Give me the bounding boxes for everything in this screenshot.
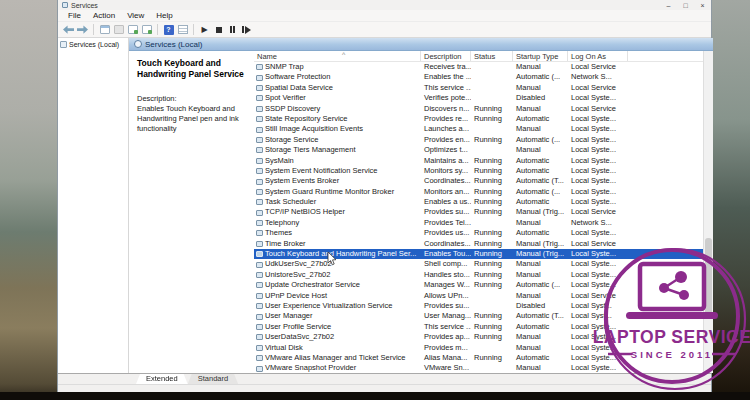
- list-header-row: Name^ Description Status Startup Type Lo…: [254, 51, 703, 62]
- table-row[interactable]: Storage Service Provides en... Running A…: [254, 135, 703, 145]
- table-row[interactable]: UserDataSvc_27b02 Provides ap... Running…: [254, 332, 703, 342]
- table-row[interactable]: System Events Broker Coordinates... Runn…: [254, 176, 703, 186]
- table-row[interactable]: VMware Alias Manager and Ticket Service …: [254, 353, 703, 363]
- menu-view[interactable]: View: [121, 10, 150, 22]
- cell-log-on-as: Local Syste...: [568, 124, 628, 134]
- pause-service-icon[interactable]: [227, 24, 238, 35]
- table-row[interactable]: User Experience Virtualization Service P…: [254, 301, 703, 311]
- tree-item-services-local[interactable]: Services (Local): [58, 38, 128, 51]
- table-row[interactable]: User Profile Service This service ... Ru…: [254, 322, 703, 332]
- column-header-description[interactable]: Description: [421, 51, 471, 61]
- maximize-button[interactable]: □: [677, 1, 694, 10]
- table-row[interactable]: Task Scheduler Enables a us... Running A…: [254, 197, 703, 207]
- services-window: Services – □ × File Action View Help ? ▶: [57, 0, 712, 392]
- table-row[interactable]: Spot Verifier Verifies pote... Disabled …: [254, 93, 703, 103]
- cell-log-on-as: Local Syste...: [568, 332, 628, 342]
- table-row[interactable]: Storage Tiers Management Optimizes t... …: [254, 145, 703, 155]
- cell-log-on-as: Local Service: [568, 104, 628, 114]
- show-console-tree-icon[interactable]: [99, 24, 110, 35]
- service-gear-icon: [256, 199, 263, 205]
- view-list-icon[interactable]: [177, 24, 188, 35]
- status-bar: [58, 384, 711, 392]
- cell-status: Running: [471, 114, 513, 124]
- table-row[interactable]: UdkUserSvc_27b02 Shell comp... Running M…: [254, 259, 703, 269]
- export-list-icon[interactable]: [127, 24, 138, 35]
- cell-log-on-as: Local Syste...: [568, 353, 628, 363]
- table-row[interactable]: SNMP Trap Receives tra... Manual Local S…: [254, 62, 703, 72]
- close-button[interactable]: ×: [694, 1, 711, 10]
- column-header-startup-type[interactable]: Startup Type: [513, 51, 568, 61]
- cell-name: System Event Notification Service: [254, 166, 421, 176]
- table-row[interactable]: System Event Notification Service Monito…: [254, 166, 703, 176]
- column-header-name[interactable]: Name^: [254, 51, 421, 61]
- refresh-icon[interactable]: [141, 24, 152, 35]
- properties-icon[interactable]: [113, 24, 124, 35]
- table-row[interactable]: SysMain Maintains a... Running Automatic…: [254, 156, 703, 166]
- cell-status: Running: [471, 270, 513, 280]
- cell-startup-type: Manual: [513, 363, 568, 373]
- tab-standard[interactable]: Standard: [188, 374, 238, 384]
- service-gear-icon: [256, 106, 263, 112]
- minimize-button[interactable]: –: [660, 1, 677, 10]
- vertical-scrollbar[interactable]: [703, 51, 713, 373]
- table-row[interactable]: User Manager User Manag... Running Autom…: [254, 311, 703, 321]
- table-row[interactable]: Telephony Provides Tel... Manual Network…: [254, 218, 703, 228]
- table-row[interactable]: Still Image Acquisition Events Launches …: [254, 124, 703, 134]
- tab-extended[interactable]: Extended: [136, 374, 188, 384]
- panel-header-title: Services (Local): [145, 40, 202, 49]
- menu-file[interactable]: File: [62, 10, 87, 22]
- cell-description: Verifies pote...: [421, 93, 471, 103]
- cell-startup-type: Manual: [513, 124, 568, 134]
- cell-status: Running: [471, 239, 513, 249]
- table-row[interactable]: Spatial Data Service This service ... Ma…: [254, 83, 703, 93]
- start-service-icon[interactable]: ▶: [199, 24, 210, 35]
- table-row[interactable]: VMware Snapshot Provider VMware Sn... Ma…: [254, 363, 703, 373]
- table-row[interactable]: TCP/IP NetBIOS Helper Provides su... Run…: [254, 207, 703, 217]
- cell-status: Running: [471, 322, 513, 332]
- forward-icon[interactable]: [77, 24, 88, 35]
- window-title: Services: [71, 2, 98, 9]
- table-row[interactable]: Time Broker Coordinates... Running Manua…: [254, 239, 703, 249]
- table-row[interactable]: Software Protection Enables the ... Auto…: [254, 72, 703, 82]
- cell-startup-type: Automatic: [513, 197, 568, 207]
- column-header-log-on-as[interactable]: Log On As: [568, 51, 628, 61]
- cell-startup-type: Manual: [513, 332, 568, 342]
- service-gear-icon: [256, 334, 263, 340]
- cell-name: Themes: [254, 228, 421, 238]
- scrollbar-thumb[interactable]: [705, 238, 712, 315]
- cell-status: Running: [471, 104, 513, 114]
- back-icon[interactable]: [63, 24, 74, 35]
- service-gear-icon: [256, 303, 263, 309]
- cell-name: State Repository Service: [254, 114, 421, 124]
- view-tabs-bar: Extended Standard: [58, 373, 711, 384]
- cell-log-on-as: Local Syste...: [568, 114, 628, 124]
- table-row[interactable]: System Guard Runtime Monitor Broker Moni…: [254, 187, 703, 197]
- stop-service-icon[interactable]: [213, 24, 224, 35]
- cell-description: Enables a us...: [421, 197, 471, 207]
- table-row[interactable]: UnistoreSvc_27b02 Handles sto... Running…: [254, 270, 703, 280]
- cell-name: Touch Keyboard and Handwriting Panel Ser…: [254, 249, 421, 259]
- cell-description: Allows UPn...: [421, 291, 471, 301]
- table-row[interactable]: Update Orchestrator Service Manages W...…: [254, 280, 703, 290]
- service-gear-icon: [256, 85, 263, 91]
- cell-name: TCP/IP NetBIOS Helper: [254, 207, 421, 217]
- cell-log-on-as: Network S...: [568, 218, 628, 228]
- table-row[interactable]: SSDP Discovery Discovers n... Running Ma…: [254, 104, 703, 114]
- help-icon[interactable]: ?: [163, 24, 174, 35]
- restart-service-icon[interactable]: [241, 24, 252, 35]
- service-gear-icon: [256, 147, 263, 153]
- table-row[interactable]: Themes Provides us... Running Automatic …: [254, 228, 703, 238]
- cell-status: Running: [471, 332, 513, 342]
- menu-help[interactable]: Help: [150, 10, 178, 22]
- console-content: Services (Local) Services (Local) Touch …: [58, 38, 711, 373]
- cell-log-on-as: Local Syste...: [568, 228, 628, 238]
- table-row[interactable]: Virtual Disk Provides m... Manual Local …: [254, 343, 703, 353]
- cell-description: Shell comp...: [421, 259, 471, 269]
- cell-startup-type: Manual: [513, 104, 568, 114]
- table-row[interactable]: UPnP Device Host Allows UPn... Manual Lo…: [254, 291, 703, 301]
- table-row[interactable]: State Repository Service Provides re... …: [254, 114, 703, 124]
- cell-description: VMware Sn...: [421, 363, 471, 373]
- table-row[interactable]: Touch Keyboard and Handwriting Panel Ser…: [254, 249, 703, 259]
- column-header-status[interactable]: Status: [471, 51, 513, 61]
- menu-action[interactable]: Action: [87, 10, 121, 22]
